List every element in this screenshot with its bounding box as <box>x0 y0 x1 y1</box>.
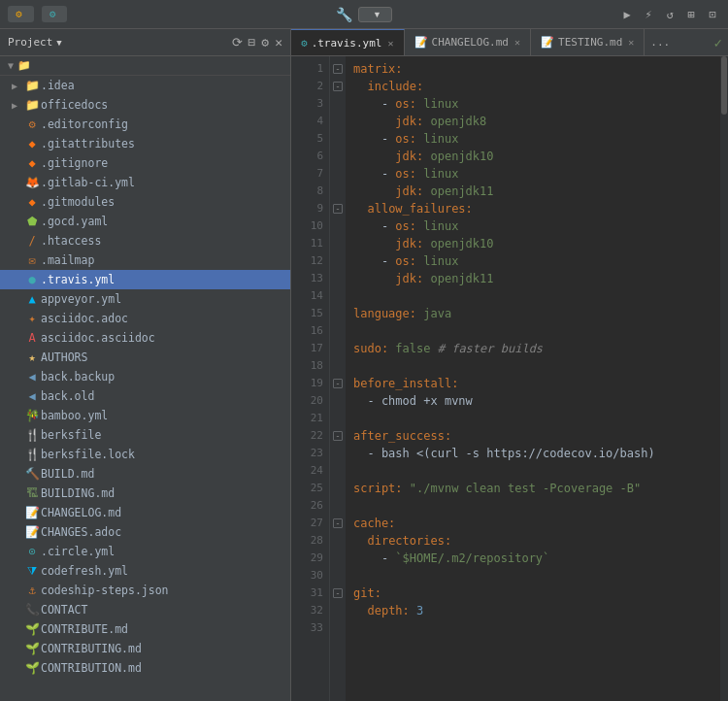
tab-close-testing[interactable]: ✕ <box>628 37 634 48</box>
sidebar-item-changes-adoc[interactable]: 📝CHANGES.adoc <box>0 522 290 542</box>
tree-item-name: CHANGELOG.md <box>41 506 290 519</box>
gutter-21 <box>330 410 346 427</box>
code-line-16 <box>353 322 712 340</box>
tree-item-name: .editorconfig <box>41 117 290 131</box>
build-icon: 🔨 <box>23 466 41 482</box>
add-config-button[interactable]: ▼ <box>358 7 392 22</box>
gutter-30 <box>330 567 346 584</box>
code-line-21 <box>353 410 712 427</box>
editor-scrollbar[interactable] <box>720 56 728 701</box>
project-header-title[interactable]: Project ▼ <box>8 36 62 49</box>
sidebar-item--editorconfig[interactable]: ⚙.editorconfig <box>0 115 290 134</box>
line-number-3: 3 <box>291 95 329 113</box>
sidebar-item--mailmap[interactable]: ✉.mailmap <box>0 250 290 270</box>
gutter-7 <box>330 165 346 183</box>
tab-close-changelog[interactable]: ✕ <box>514 37 520 48</box>
run-button[interactable]: ▶ <box>619 7 635 22</box>
sidebar-item-build-md[interactable]: 🔨BUILD.md <box>0 464 290 484</box>
sidebar-item-contribution-md[interactable]: 🌱CONTRIBUTION.md <box>0 658 290 678</box>
berksfile-icon: 🍴 <box>23 447 41 462</box>
sidebar-tree: ▶📁.idea▶📁officedocs⚙.editorconfig◆.gitat… <box>0 76 290 701</box>
gitignore-icon: ◆ <box>23 155 41 171</box>
fold-31[interactable]: - <box>333 588 343 598</box>
tree-item-name: .gocd.yaml <box>41 215 290 228</box>
code-line-5: - os: linux <box>353 130 712 148</box>
contribute-icon: 🌱 <box>23 621 41 637</box>
changes-icon: 📝 <box>23 524 41 540</box>
sidebar-item-codefresh-yml[interactable]: ⧩codefresh.yml <box>0 561 290 581</box>
gocd-icon: ⬟ <box>23 214 41 229</box>
sidebar-item-asciidoc-adoc[interactable]: ✦asciidoc.adoc <box>0 309 290 328</box>
fold-9[interactable]: - <box>333 204 343 214</box>
tree-item-name: .gitmodules <box>41 195 290 209</box>
fold-19[interactable]: - <box>333 379 343 388</box>
circle-icon: ⊙ <box>23 544 41 559</box>
sidebar-item-contributing-md[interactable]: 🌱CONTRIBUTING.md <box>0 639 290 658</box>
fold-27[interactable]: - <box>333 518 343 528</box>
rerun-button[interactable]: ↺ <box>662 7 678 22</box>
codeship-icon: ⚓ <box>23 583 41 598</box>
fold-2[interactable]: - <box>333 82 343 91</box>
fold-1[interactable]: - <box>333 64 343 74</box>
asciidoc-a-icon: A <box>23 330 41 346</box>
vcs-icon[interactable]: ⊡ <box>705 7 720 22</box>
tree-item-name: .gitattributes <box>41 137 290 150</box>
tab-testing[interactable]: 📝TESTING.md✕ <box>531 29 645 55</box>
tab-overflow[interactable]: ... <box>645 36 676 49</box>
sidebar-item--idea[interactable]: ▶📁.idea <box>0 76 290 95</box>
fold-22[interactable]: - <box>333 431 343 441</box>
sidebar-sync-icon[interactable]: ⟳ <box>232 35 243 50</box>
sidebar-item--gitattributes[interactable]: ◆.gitattributes <box>0 134 290 153</box>
tab-close-travis[interactable]: ✕ <box>387 38 393 49</box>
sidebar-item-building-md[interactable]: 🏗BUILDING.md <box>0 484 290 503</box>
line-number-26: 26 <box>291 497 329 515</box>
sidebar-item--gocd-yaml[interactable]: ⬟.gocd.yaml <box>0 212 290 231</box>
sidebar-item-codeship-steps-json[interactable]: ⚓codeship-steps.json <box>0 581 290 600</box>
editor-tabs: ⚙.travis.yml✕📝CHANGELOG.md✕📝TESTING.md✕.… <box>291 29 728 56</box>
line-number-4: 4 <box>291 113 329 130</box>
debug-button[interactable]: ⚡ <box>641 7 656 22</box>
line-number-7: 7 <box>291 165 329 183</box>
tab-travis[interactable]: ⚙.travis.yml✕ <box>291 29 405 55</box>
sidebar-item--circle-yml[interactable]: ⊙.circle.yml <box>0 542 290 561</box>
sidebar-item-appveyor-yml[interactable]: ▲appveyor.yml <box>0 289 290 309</box>
sidebar-item-bamboo-yml[interactable]: 🎋bamboo.yml <box>0 406 290 425</box>
tree-item-name: CONTACT <box>41 603 290 617</box>
sidebar-item--htaccess[interactable]: /.htaccess <box>0 231 290 250</box>
project-dropdown-icon: ▼ <box>56 38 61 48</box>
sidebar-item--gitlab-ci-yml[interactable]: 🦊.gitlab-ci.yml <box>0 173 290 192</box>
sidebar-close-icon[interactable]: ✕ <box>275 35 282 50</box>
sidebar-item-authors[interactable]: ★AUTHORS <box>0 348 290 367</box>
sidebar-item--gitignore[interactable]: ◆.gitignore <box>0 153 290 173</box>
sidebar-item--travis-yml[interactable]: ●.travis.yml <box>0 270 290 289</box>
sidebar-item-changelog-md[interactable]: 📝CHANGELOG.md <box>0 503 290 522</box>
mailmap-icon: ✉ <box>23 252 41 268</box>
sidebar-settings-icon[interactable]: ⚙ <box>261 35 269 50</box>
code-content[interactable]: matrix: include: - os: linux jdk: openjd… <box>346 56 720 701</box>
tab-changelog[interactable]: 📝CHANGELOG.md✕ <box>405 29 532 55</box>
sidebar-item-asciidoc-asciidoc[interactable]: Aasciidoc.asciidoc <box>0 328 290 348</box>
gutter-33 <box>330 619 346 637</box>
sidebar-item-berksfile[interactable]: 🍴berksfile <box>0 425 290 445</box>
scroll-thumb[interactable] <box>721 56 727 115</box>
gutter-13 <box>330 270 346 287</box>
title-bar-center: 🔧 ▼ <box>336 7 392 22</box>
git-icon[interactable]: ⊞ <box>683 7 699 22</box>
sidebar-item-back-backup[interactable]: ◀back.backup <box>0 367 290 386</box>
line-number-25: 25 <box>291 480 329 497</box>
line-number-32: 32 <box>291 602 329 619</box>
sidebar-item-back-old[interactable]: ◀back.old <box>0 386 290 406</box>
back-icon: ◀ <box>23 369 41 384</box>
sidebar-collapse-icon[interactable]: ⊟ <box>248 35 256 50</box>
gutter-14 <box>330 287 346 305</box>
sidebar-item-contribute-md[interactable]: 🌱CONTRIBUTE.md <box>0 619 290 639</box>
gutter-5 <box>330 130 346 148</box>
tree-item-name: BUILDING.md <box>41 486 290 500</box>
sidebar-item--gitmodules[interactable]: ◆.gitmodules <box>0 192 290 212</box>
sidebar-item-contact[interactable]: 📞CONTACT <box>0 600 290 619</box>
gutter-29 <box>330 550 346 567</box>
sidebar-item-officedocs[interactable]: ▶📁officedocs <box>0 95 290 115</box>
tree-item-name: BUILD.md <box>41 467 290 481</box>
sidebar-item-berksfile-lock[interactable]: 🍴berksfile.lock <box>0 445 290 464</box>
sidebar: Project ▼ ⟳ ⊟ ⚙ ✕ ▼ 📁 ▶📁.idea▶📁officedoc… <box>0 29 291 701</box>
